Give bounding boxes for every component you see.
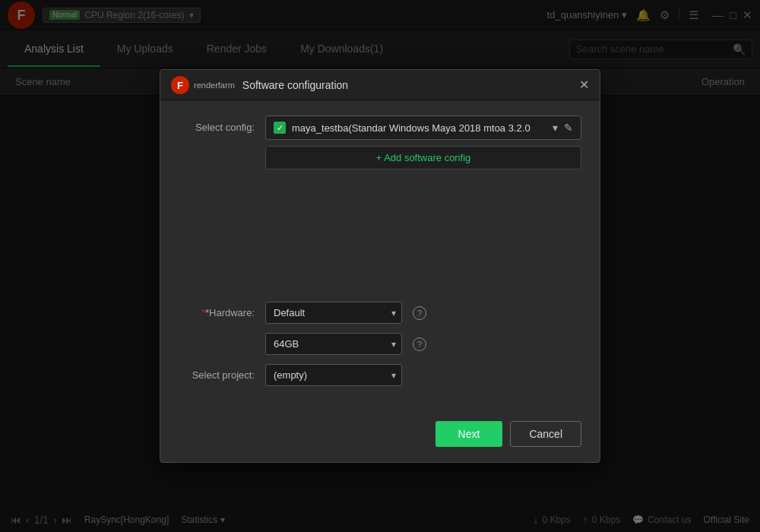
project-label: Select project: <box>179 369 255 381</box>
memory-select[interactable]: 64GB 32GB 128GB <box>265 333 402 355</box>
dialog-logo-text: renderfarm <box>194 81 235 90</box>
memory-info-icon[interactable]: ? <box>413 337 426 351</box>
memory-select-wrap: 64GB 32GB 128GB ▾ <box>265 333 402 355</box>
dialog-title: Software configuration <box>242 79 348 91</box>
config-item: ✓ maya_testba(Standar Windows Maya 2018 … <box>265 116 581 140</box>
hardware-select[interactable]: Default High Ultra <box>265 302 402 324</box>
dialog-body: Select config: ✓ maya_testba(Standar Win… <box>160 100 600 410</box>
project-row: Select project: (empty) ▾ <box>179 364 581 386</box>
dialog-close-button[interactable]: ✕ <box>579 78 589 92</box>
project-select[interactable]: (empty) <box>265 364 402 386</box>
config-dropdown-button[interactable]: ▾ <box>553 122 558 134</box>
next-button[interactable]: Next <box>435 421 503 447</box>
hardware-row: **Hardware: Default High Ultra ▾ ? <box>179 302 581 324</box>
project-select-wrap: (empty) ▾ <box>265 364 402 386</box>
dialog-logo: F renderfarm <box>171 76 235 94</box>
svg-text:F: F <box>177 80 183 91</box>
hardware-label: **Hardware: <box>179 307 255 318</box>
config-right: ✓ maya_testba(Standar Windows Maya 2018 … <box>265 116 581 169</box>
config-spacer <box>179 180 581 302</box>
memory-row: 64GB 32GB 128GB ▾ ? <box>179 333 581 355</box>
dialog-logo-icon: F <box>171 76 189 94</box>
config-name: maya_testba(Standar Windows Maya 2018 mt… <box>292 122 546 134</box>
dialog-footer: Next Cancel <box>160 410 600 462</box>
cancel-button[interactable]: Cancel <box>510 421 581 447</box>
dialog-header: F renderfarm Software configuration ✕ <box>160 70 600 100</box>
config-edit-button[interactable]: ✎ <box>564 122 573 134</box>
modal-overlay: F renderfarm Software configuration ✕ Se… <box>0 0 760 532</box>
hardware-info-icon[interactable]: ? <box>413 306 426 320</box>
software-config-dialog: F renderfarm Software configuration ✕ Se… <box>160 69 600 463</box>
select-config-row: Select config: ✓ maya_testba(Standar Win… <box>179 116 581 169</box>
hardware-select-wrap: Default High Ultra ▾ <box>265 302 402 324</box>
add-software-config-button[interactable]: + Add software config <box>265 146 581 169</box>
config-checkbox[interactable]: ✓ <box>274 122 286 134</box>
select-config-label: Select config: <box>179 116 255 133</box>
